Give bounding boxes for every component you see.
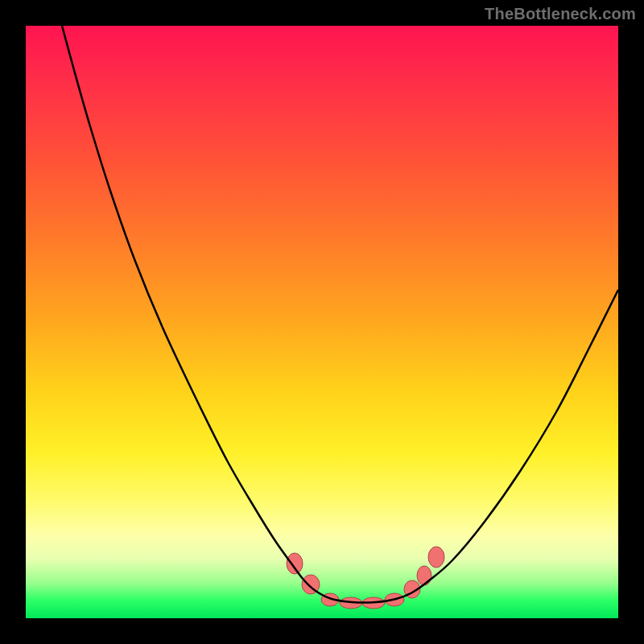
- curve-marker: [428, 547, 444, 568]
- watermark-text: TheBottleneck.com: [485, 5, 636, 23]
- bottleneck-curve: [62, 26, 618, 603]
- marker-group: [287, 547, 444, 609]
- plot-area: [26, 26, 618, 618]
- chart-frame: TheBottleneck.com: [0, 0, 644, 644]
- curve-marker: [287, 553, 303, 574]
- curve-marker: [417, 566, 431, 585]
- chart-svg: [26, 26, 618, 618]
